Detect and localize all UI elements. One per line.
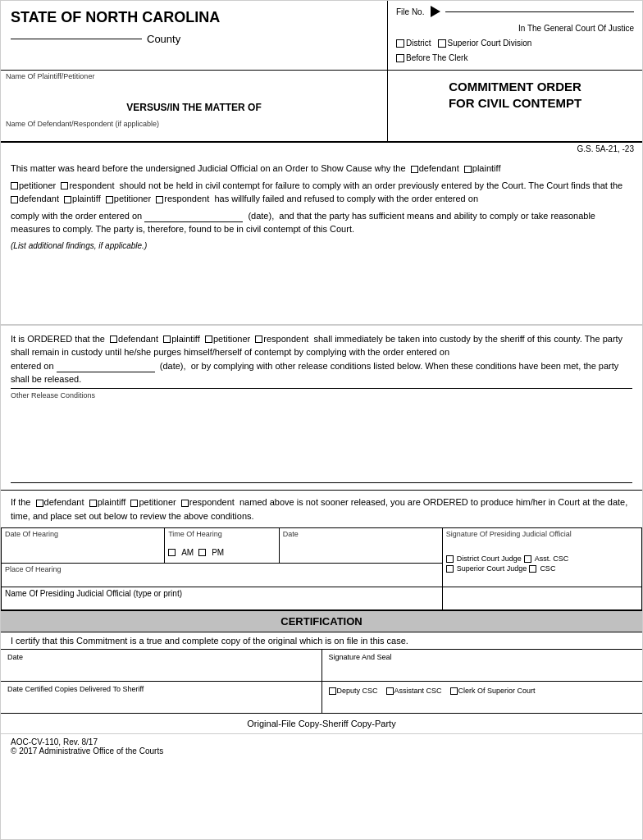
commitment-title-area: COMMITMENT ORDER FOR CIVIL CONTEMPT	[388, 71, 642, 141]
plaintiff-cb-1[interactable]	[464, 166, 472, 173]
order-respondent: respondent	[263, 334, 308, 344]
defendant-cb-2[interactable]	[11, 196, 18, 203]
body-text-1: This matter was heard before the undersi…	[11, 163, 406, 173]
petitioner-cb-2[interactable]	[106, 196, 113, 203]
commitment-title-line2: FOR CIVIL CONTEMPT	[396, 95, 634, 112]
order-petitioner-cb[interactable]	[205, 336, 212, 343]
body-text-4: and that the party has sufficient means …	[11, 211, 595, 235]
footer-copies: Original-File Copy-Sheriff Copy-Party	[1, 714, 642, 734]
deputy-csc-cb[interactable]	[329, 687, 336, 695]
district-checkbox[interactable]	[396, 39, 404, 48]
gs-reference: G.S. 5A-21, -23	[1, 142, 642, 155]
respondent-cb-2[interactable]	[156, 196, 163, 203]
superior-label: Superior Court Division	[448, 39, 532, 48]
signature-label: Signature Of Presiding Judicial Official	[446, 530, 638, 538]
findings-label: (List additional findings, if applicable…	[11, 240, 632, 252]
cert-signature-label: Signature And Seal	[329, 653, 392, 661]
order-respondent-cb[interactable]	[255, 336, 262, 343]
body-petitioner-2: petitioner	[114, 194, 151, 203]
cert-date-label: Date	[7, 653, 23, 661]
clerk-superior-cb[interactable]	[450, 687, 458, 695]
order-defendant-cb[interactable]	[110, 336, 117, 343]
order-text-1: It is ORDERED that the	[11, 334, 105, 344]
file-no-line	[445, 11, 634, 12]
body-defendant-1: defendant	[419, 163, 459, 173]
superior-checkbox[interactable]	[438, 39, 446, 48]
date-of-hearing-label: Date Of Hearing	[5, 530, 161, 538]
copyright: © 2017 Administrative Office of the Cour…	[11, 746, 632, 756]
order-section: It is ORDERED that the defendant plainti…	[1, 325, 642, 491]
order-defendant: defendant	[118, 334, 158, 344]
superior-judge-cb[interactable]	[446, 565, 454, 573]
order-plaintiff: plaintiff	[171, 334, 200, 344]
clerk-superior-label: Clerk Of Superior Court	[458, 687, 536, 695]
if-text-1: If the	[11, 497, 30, 507]
assistant-csc-cb[interactable]	[386, 687, 394, 695]
pm-checkbox[interactable]	[198, 549, 206, 556]
defendant-cb-1[interactable]	[411, 166, 418, 173]
csc-cb[interactable]	[529, 565, 536, 573]
cert-delivered-label: Date Certified Copies Delivered To Sheri…	[7, 685, 144, 693]
defendant-label: Name Of Defendant/Respondent (if applica…	[1, 118, 387, 128]
district-judge-cb[interactable]	[446, 555, 454, 563]
body-date-placeholder: (date),	[248, 211, 274, 221]
county-label: County	[147, 33, 180, 45]
state-title: STATE OF NORTH CAROLINA	[11, 9, 377, 26]
body-text-3: has willfully failed and refused to comp…	[214, 194, 478, 203]
am-label: AM	[181, 548, 194, 557]
order-plaintiff-cb[interactable]	[163, 336, 171, 343]
deputy-csc-label: Deputy CSC	[337, 687, 378, 695]
plaintiff-cb-2[interactable]	[64, 196, 71, 203]
date-col-label: Date	[283, 530, 439, 538]
if-petitioner-cb[interactable]	[130, 500, 138, 507]
pm-label: PM	[212, 548, 224, 557]
body-respondent-2: respondent	[164, 194, 209, 203]
presiding-name-label: Name Of Presiding Judicial Official (typ…	[5, 589, 182, 598]
clerk-label: Before The Clerk	[406, 53, 467, 62]
if-defendant: defendant	[44, 497, 84, 507]
body-section: This matter was heard before the undersi…	[1, 155, 642, 325]
if-petitioner: petitioner	[139, 497, 176, 507]
asst-csc-label: Asst. CSC	[535, 555, 569, 563]
file-no-label: File No.	[396, 7, 424, 16]
date-blank-1[interactable]	[144, 221, 243, 222]
if-respondent-cb[interactable]	[181, 500, 189, 507]
superior-judge-label: Superior Court Judge	[457, 564, 527, 573]
plaintiff-label: Name Of Plaintiff/Petitioner	[1, 71, 387, 80]
body-respondent-1: respondent	[69, 180, 114, 190]
if-plaintiff: plaintiff	[98, 497, 126, 507]
if-respondent: respondent	[189, 497, 235, 507]
release-conditions-label: Other Release Conditions	[11, 388, 632, 402]
if-plaintiff-cb[interactable]	[89, 500, 97, 507]
order-date-placeholder: (date),	[160, 361, 186, 371]
if-defendant-cb[interactable]	[36, 500, 43, 507]
time-of-hearing-label: Time Of Hearing	[168, 530, 276, 538]
order-petitioner: petitioner	[213, 334, 250, 344]
place-of-hearing-label: Place Of Hearing	[5, 565, 439, 573]
court-title: In The General Court Of Justice	[396, 22, 634, 35]
certification-header: CERTIFICATION	[1, 610, 642, 632]
commitment-title-line1: COMMITMENT ORDER	[396, 79, 634, 95]
order-date-blank[interactable]	[57, 372, 155, 372]
county-underline	[11, 39, 142, 39]
assistant-csc-label: Assistant CSC	[394, 687, 442, 695]
form-number: AOC-CV-110, Rev. 8/17	[11, 737, 632, 746]
district-judge-label: District Court Judge	[457, 555, 522, 563]
clerk-checkbox[interactable]	[396, 54, 404, 62]
petitioner-cb-1[interactable]	[11, 182, 18, 189]
body-defendant-2: defendant	[19, 194, 59, 203]
file-no-arrow-icon	[431, 6, 440, 17]
am-checkbox[interactable]	[168, 549, 176, 556]
if-section: If the defendant plaintiff petitioner re…	[1, 490, 642, 527]
respondent-cb-1[interactable]	[61, 182, 68, 189]
asst-csc-cb[interactable]	[524, 555, 531, 563]
district-label: District	[406, 39, 431, 48]
versus-text: VERSUS/IN THE MATTER OF	[1, 97, 387, 118]
body-petitioner-1: petitioner	[19, 180, 56, 190]
body-text-2: should not be held in civil contempt for…	[120, 180, 623, 190]
body-plaintiff-2: plaintiff	[72, 194, 101, 203]
release-conditions-box[interactable]	[11, 401, 632, 483]
certification-body-text: I certify that this Commitment is a true…	[1, 632, 642, 650]
footer-info: AOC-CV-110, Rev. 8/17 © 2017 Administrat…	[1, 734, 642, 759]
hearing-table: Date Of Hearing Time Of Hearing AM PM Da…	[1, 527, 642, 610]
